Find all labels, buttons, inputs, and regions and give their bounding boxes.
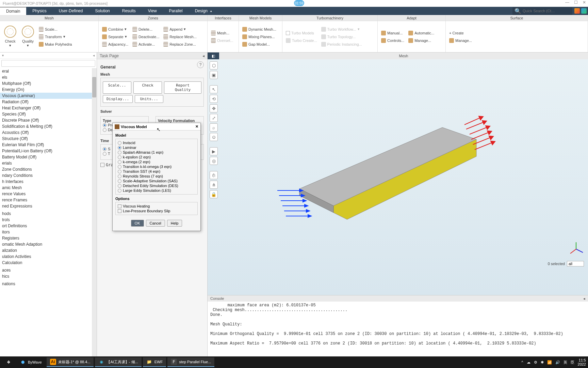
tree-item[interactable]: Eulerian Wall Film (Off) [0,142,97,148]
model-radio[interactable]: Scale-Adaptive Simulation (SAS) [118,179,195,183]
tree-item[interactable]: hics [0,273,97,279]
model-radio[interactable]: Large Eddy Simulation (LES) [118,188,195,193]
tab-solution[interactable]: Solution [89,7,116,15]
mesh-scale-button[interactable]: Scale... [103,81,131,94]
overset-button[interactable]: Overset... [209,37,235,44]
turbo-workflow-button[interactable]: Turbo Workflow... ▾ [319,26,364,33]
app-icon-1[interactable] [574,8,580,14]
tool-lock-icon[interactable]: 🔒 [210,190,218,198]
turbo-models-checkbox[interactable]: Turbo Models [284,29,319,37]
tree-item[interactable]: Acoustics (Off) [0,129,97,136]
tree-item[interactable]: Potential/Li-ion Battery (Off) [0,148,97,154]
tree-item[interactable]: Solidification & Melting (Off) [0,123,97,129]
tree-item[interactable]: erials [0,160,97,166]
taskbar-illustrator[interactable]: Ai未标题-1* @ 88.4... [47,357,94,367]
quick-search[interactable]: 🔍 [512,7,572,15]
tree-item[interactable]: alization [0,247,97,254]
adapt-automatic-button[interactable]: Automatic... [406,29,436,37]
turbo-create-button[interactable]: Turbo Create... [284,37,319,44]
tab-view[interactable]: View [142,7,163,15]
append-button[interactable]: Append ▾ [161,26,198,33]
tray-expand-icon[interactable]: ^ [521,360,523,364]
tool-cube-icon[interactable]: ▣ [210,71,218,79]
model-radio[interactable]: Laminar [118,145,195,150]
tray-cloud-icon[interactable]: ☁ [527,360,530,365]
tree-item[interactable]: aces [0,267,97,273]
adapt-manage-button[interactable]: Manage... [406,37,436,44]
tree-item[interactable]: h Interfaces [0,179,97,185]
tray-bluetooth-icon[interactable]: ✱ [541,360,544,365]
mesh-display-button[interactable]: Display... [103,95,133,103]
caret-icon[interactable]: ▴ [210,9,212,13]
tool-pan-icon[interactable]: ✥ [210,104,218,112]
model-radio[interactable]: Detached Eddy Simulation (DES) [118,183,195,188]
console-output[interactable]: maximum face area (m2): 6.010137e-05 Che… [208,302,588,356]
tab-physics[interactable]: Physics [26,7,52,15]
deactivate-button[interactable]: Deactivate... [130,33,161,41]
check-button[interactable]: Check ▾ [1,22,19,51]
mesh-units-button[interactable]: Units... [135,95,163,103]
gravity-checkbox[interactable] [100,163,104,167]
tree-item[interactable]: rence Frames [0,197,97,203]
taskbar-edge[interactable]: ◉【AI工具课】- 倾... [95,357,141,367]
tree-item[interactable]: hods [0,211,97,217]
collapse-icon[interactable]: ▾ [2,53,4,57]
tree-item[interactable]: Calculation [0,260,97,266]
separate-button[interactable]: Separate ▾ [100,33,130,41]
help-button[interactable]: Help [167,220,182,227]
model-radio[interactable]: k-epsilon (2 eqn) [118,155,195,159]
tray-wifi-icon[interactable]: 📶 [547,360,552,365]
adjacency-button[interactable]: Adjacency... [100,41,130,48]
model-radio[interactable]: Inviscid [118,140,195,145]
tool-zoombox-icon[interactable]: ⌕ [210,123,218,132]
console-collapse-icon[interactable]: ◂ [583,296,585,301]
ok-button[interactable]: OK [131,220,144,227]
mixing-planes-button[interactable]: Mixing Planes... [240,33,278,41]
help-icon[interactable]: ? [197,61,204,68]
make-polyhedra-button[interactable]: Make Polyhedra [37,41,74,48]
tree-item[interactable]: ned Expressions [0,203,97,209]
app-icon-2[interactable] [581,8,587,14]
cancel-button[interactable]: Cancel [146,220,165,227]
tree-item[interactable]: rence Values [0,191,97,197]
model-radio[interactable]: Transition SST (4 eqn) [118,169,195,174]
tree-item[interactable]: Multiphase (Off) [0,80,97,87]
dialog-close-icon[interactable]: ✕ [195,124,198,129]
model-radio[interactable]: Reynolds Stress (7 eqn) [118,174,195,179]
tree-item[interactable]: nations [0,281,97,287]
scale-button[interactable]: Scale... [37,26,74,33]
transform-button[interactable]: Transform ▾ [37,33,74,41]
tool-fit-icon[interactable]: ⊙ [210,133,218,141]
taskbar-bywave[interactable]: ⬢ByWave [16,357,45,367]
tree-item[interactable]: itors [0,229,97,235]
tab-results[interactable]: Results [116,7,142,15]
mesh-report-quality-button[interactable]: Report Quality [164,81,201,94]
tray-volume-icon[interactable]: 🔊 [555,360,560,365]
tool-cursor-icon[interactable]: ↖ [210,85,218,93]
maximize-icon[interactable]: ☐ [574,0,578,5]
tree-item[interactable]: els [0,74,97,80]
minimize-icon[interactable]: — [565,0,569,5]
turbo-topology-button[interactable]: Turbo Topology... [319,33,364,41]
option-checkbox[interactable]: Low-Pressure Boundary Slip [118,209,195,213]
tray-ime-icon[interactable]: 英 [564,360,567,365]
tool-target-icon[interactable]: ◎ [210,157,218,165]
search-input[interactable] [523,9,570,13]
tree-item[interactable]: amic Mesh [0,185,97,191]
tool-home-icon[interactable]: ⬡ [210,61,218,70]
panel-collapse-icon[interactable]: ◂ [93,53,95,57]
surface-manage-button[interactable]: Manage... [447,37,474,44]
mesh-check-button[interactable]: Check [133,81,162,94]
taskbar-start[interactable]: ❖ [2,357,15,367]
tree-item[interactable]: Discrete Phase (Off) [0,117,97,123]
tree-item[interactable]: Energy (On) [0,87,97,93]
mesh-interfaces-button[interactable]: Mesh... [209,29,235,37]
replace-mesh-button[interactable]: Replace Mesh... [161,33,198,41]
close-icon[interactable]: ✕ [583,0,586,5]
option-checkbox[interactable]: Viscous Heating [118,204,195,209]
scrollbar[interactable] [92,68,97,356]
gap-model-button[interactable]: Gap Model... [240,41,278,48]
model-radio[interactable]: k-omega (2 eqn) [118,159,195,164]
tab-parallel[interactable]: Parallel [163,7,189,15]
selection-filter-input[interactable] [567,261,584,266]
